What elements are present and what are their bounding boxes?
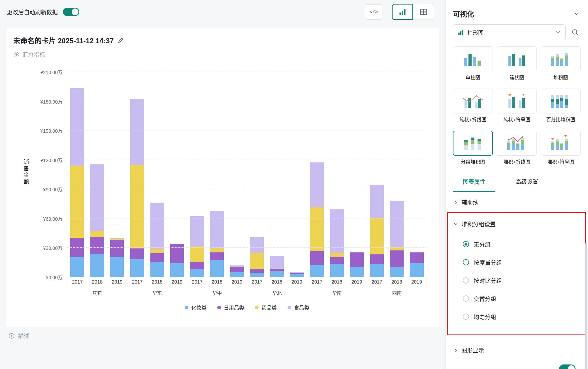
stacked-bar[interactable] xyxy=(170,244,184,277)
chevron-down-icon xyxy=(453,221,458,226)
stacked-bar[interactable] xyxy=(230,265,244,277)
chart-type-label: 单柱图 xyxy=(453,74,493,81)
bar-segment xyxy=(370,254,384,264)
radio-icon[interactable] xyxy=(463,241,469,247)
x-axis-year-label: 2019 xyxy=(287,277,307,286)
tab-advanced-settings[interactable]: 高级设置 xyxy=(506,172,548,192)
legend-item[interactable]: 日用品类 xyxy=(217,304,244,311)
stacked-bar[interactable] xyxy=(410,252,424,277)
scrollbar-thumb[interactable] xyxy=(585,243,587,369)
radio-option-alternating[interactable]: 交替分组 xyxy=(463,295,585,302)
radio-option-no-group[interactable]: 无分组 xyxy=(463,241,585,248)
stack-group-settings-label: 堆积分组设置 xyxy=(462,220,496,228)
chart-type-single-bar[interactable]: 单柱图 xyxy=(453,46,493,81)
chart-type-stacked-line[interactable]: 堆积+折线图 xyxy=(497,131,537,165)
bar-segment xyxy=(190,262,204,269)
x-axis-region-label: 华北 xyxy=(247,286,307,297)
stacked-bar[interactable] xyxy=(190,216,204,277)
y-axis-tick-label: ¥0.00万 xyxy=(17,274,63,281)
edit-pencil-icon[interactable] xyxy=(118,37,124,44)
stacked-bar[interactable] xyxy=(250,237,264,277)
bar-segment xyxy=(390,247,404,250)
chevron-right-icon xyxy=(453,348,458,353)
add-description[interactable]: 描述 xyxy=(8,332,29,340)
auto-refresh-toggle[interactable] xyxy=(63,8,79,16)
section-graphic-display[interactable]: 图形显示 xyxy=(446,340,588,360)
bar-group xyxy=(127,72,187,277)
topbar: 更改后自动刷新数据 </> xyxy=(0,0,445,24)
chart-type-thumbnail xyxy=(453,131,493,156)
chart-type-clustered[interactable]: 簇状图 xyxy=(497,46,537,81)
chart-type-grouped-stacked[interactable]: 分组堆积图 xyxy=(453,131,493,165)
stacked-bar[interactable] xyxy=(290,272,304,277)
stacked-bar[interactable] xyxy=(310,162,324,277)
graphic-display-label: 图形显示 xyxy=(461,346,484,354)
stacked-bar[interactable] xyxy=(390,201,404,277)
chart-type-clustered-line[interactable]: 簇状+折线图 xyxy=(453,89,493,123)
radio-icon[interactable] xyxy=(463,259,469,265)
stacked-bar[interactable] xyxy=(270,256,284,277)
add-summary-metric[interactable]: 汇总指标 xyxy=(13,50,45,59)
main-area: 更改后自动刷新数据 </> xyxy=(0,0,445,369)
bar-slot xyxy=(167,72,187,277)
chart-type-clustered-symbol[interactable]: 簇状+符号图 xyxy=(497,89,537,123)
bar-slot xyxy=(407,72,427,277)
bar-segment xyxy=(70,166,84,238)
stacked-bar[interactable] xyxy=(350,252,364,277)
bar-segment xyxy=(350,267,364,277)
tab-chart-properties[interactable]: 图表属性 xyxy=(453,172,495,192)
chart-type-stacked[interactable]: 堆积图 xyxy=(541,46,581,81)
partial-bottom-toggle[interactable] xyxy=(559,364,576,369)
chart-type-select[interactable]: 柱形图 xyxy=(453,24,566,40)
bar-segment xyxy=(370,218,384,254)
panel-header: 可视化 xyxy=(446,0,588,19)
stacked-bar[interactable] xyxy=(90,164,104,277)
section-stack-group-settings[interactable]: 堆积分组设置 xyxy=(448,213,585,229)
section-aux-line[interactable]: 辅助线 xyxy=(446,192,588,212)
x-axis-year-label: 2017 xyxy=(307,277,327,286)
bar-group xyxy=(247,72,307,277)
y-axis-tick-label: ¥180.00万 xyxy=(17,98,63,105)
bar-segment xyxy=(210,211,224,248)
radio-icon[interactable] xyxy=(463,277,469,284)
settings-tabs: 图表属性 高级设置 xyxy=(446,172,588,192)
chevron-down-icon[interactable] xyxy=(574,11,580,16)
search-button[interactable] xyxy=(571,29,579,36)
bar-slot xyxy=(327,72,347,277)
bar-segment xyxy=(210,248,224,252)
summary-metric-label: 汇总指标 xyxy=(22,50,45,59)
stacked-symbol-icon xyxy=(549,135,573,151)
stacked-bar[interactable] xyxy=(130,99,144,277)
chart-view-button[interactable] xyxy=(392,4,413,20)
radio-option-by-contrast[interactable]: 按对比分组 xyxy=(463,277,585,284)
radio-option-by-measure[interactable]: 按度量分组 xyxy=(463,259,585,266)
chart-type-stacked-symbol[interactable]: 堆积+符号图 xyxy=(541,131,581,165)
radio-option-uniform[interactable]: 均匀分组 xyxy=(463,313,585,320)
stack-group-options: 无分组 按度量分组 按对比分组 交替分组 均匀分组 xyxy=(448,229,585,334)
bar-segment xyxy=(130,165,144,248)
chart-type-label: 簇状+符号图 xyxy=(497,116,537,123)
radio-icon[interactable] xyxy=(463,295,469,302)
code-view-button[interactable]: </> xyxy=(365,4,382,20)
stacked-bar[interactable] xyxy=(210,211,224,277)
chart-type-percent-stacked[interactable]: 百分比堆积图 xyxy=(541,89,581,123)
bar-slot xyxy=(67,72,87,277)
table-view-button[interactable] xyxy=(413,4,434,20)
circle-plus-icon xyxy=(13,52,20,58)
legend-item[interactable]: 食品类 xyxy=(287,304,309,311)
bar-slot xyxy=(127,72,147,277)
x-axis-year-label: 2018 xyxy=(147,277,167,286)
y-axis: ¥210.00万¥180.00万¥150.00万¥120.00万¥90.00万¥… xyxy=(17,72,63,277)
radio-icon[interactable] xyxy=(463,314,469,320)
bar-segment xyxy=(250,237,264,254)
legend-item[interactable]: 药品类 xyxy=(255,304,277,311)
stacked-bar[interactable] xyxy=(110,238,124,277)
bars-layer xyxy=(67,72,427,277)
x-axis-year-label: 2018 xyxy=(207,277,227,286)
stacked-bar[interactable] xyxy=(70,88,84,277)
legend-item[interactable]: 化妆类 xyxy=(185,304,206,311)
stacked-bar[interactable] xyxy=(370,185,384,277)
x-axis-year-group: 201720182019 xyxy=(187,277,247,286)
stacked-bar[interactable] xyxy=(330,209,344,277)
stacked-bar[interactable] xyxy=(150,203,164,277)
